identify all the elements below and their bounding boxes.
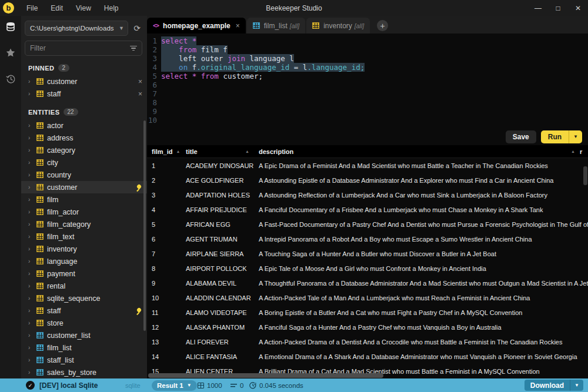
filter-input[interactable] — [30, 44, 130, 52]
table-row[interactable]: 8AIRPORT POLLOCKA Epic Tale of a Moose A… — [147, 261, 588, 276]
unpin-icon[interactable]: × — [138, 90, 142, 98]
cell-film_id[interactable]: 12 — [147, 324, 181, 331]
chevron-right-icon[interactable]: › — [28, 357, 33, 363]
table-row[interactable]: 14ALICE FANTASIAA Emotional Drama of a A… — [147, 349, 588, 364]
connection-selector[interactable]: C:\Users\ghstng\Downloads ▼ — [25, 21, 128, 36]
tab-film_list[interactable]: film_list[all] — [247, 18, 305, 33]
sidebar-item-customer[interactable]: ›customer — [21, 181, 147, 193]
chevron-right-icon[interactable]: › — [28, 91, 33, 97]
sidebar-item-film[interactable]: ›film — [21, 193, 147, 206]
sidebar-item-staff[interactable]: ›staff — [21, 304, 147, 317]
cell-description[interactable]: A Astounding Reflection of a Lumberjack … — [254, 192, 588, 199]
cell-film_id[interactable]: 5 — [147, 221, 181, 228]
horizontal-scrollbar[interactable] — [148, 373, 383, 378]
cell-film_id[interactable]: 8 — [147, 265, 181, 272]
run-button[interactable]: Run ▼ — [541, 130, 582, 143]
table-row[interactable]: 9ALABAMA DEVILA Thoughtful Panorama of a… — [147, 276, 588, 290]
save-button[interactable]: Save — [506, 130, 536, 143]
sidebar-item-store[interactable]: ›store — [21, 317, 147, 329]
sort-asc-icon[interactable]: ▲ — [176, 149, 180, 153]
cell-film_id[interactable]: 2 — [147, 177, 181, 184]
download-label[interactable]: Download — [524, 381, 570, 390]
cell-description[interactable]: A Epic Tale of a Moose And a Girl who mu… — [254, 265, 588, 272]
cell-description[interactable]: A Action-Packed Drama of a Dentist And a… — [254, 339, 588, 346]
cell-title[interactable]: ADAPTATION HOLES — [181, 192, 254, 199]
table-row[interactable]: 5AFRICAN EGGA Fast-Paced Documentary of … — [147, 217, 588, 232]
sidebar-item-actor[interactable]: ›actor — [21, 119, 147, 132]
sidebar-item-language[interactable]: ›language — [21, 255, 147, 267]
column-header-partial[interactable]: r — [580, 148, 588, 155]
cell-title[interactable]: AGENT TRUMAN — [181, 236, 254, 243]
maximize-icon[interactable]: □ — [548, 0, 568, 16]
cell-title[interactable]: AFFAIR PREJUDICE — [181, 206, 254, 213]
chevron-right-icon[interactable]: › — [28, 233, 33, 240]
cell-description[interactable]: A Fanciful Saga of a Hunter And a Pastry… — [254, 324, 588, 331]
tab-inventory[interactable]: inventory[all] — [306, 18, 370, 33]
close-tab-icon[interactable]: × — [236, 22, 240, 30]
sidebar-item-film_text[interactable]: ›film_text — [21, 230, 147, 243]
cell-film_id[interactable]: 7 — [147, 250, 181, 257]
cell-film_id[interactable]: 10 — [147, 294, 181, 301]
download-dropdown-icon[interactable]: ▼ — [570, 380, 583, 391]
history-icon[interactable] — [4, 72, 17, 85]
minimize-icon[interactable]: — — [528, 0, 548, 16]
cell-description[interactable]: A Fanciful Documentary of a Frisbee And … — [254, 206, 588, 213]
close-icon[interactable]: ✕ — [568, 0, 588, 16]
sidebar-item-country[interactable]: ›country — [21, 169, 147, 181]
new-tab-button[interactable]: + — [377, 20, 388, 31]
cell-description[interactable]: A Fast-Paced Documentary of a Pastry Che… — [254, 221, 588, 228]
chevron-right-icon[interactable]: › — [28, 270, 33, 277]
cell-title[interactable]: ACE GOLDFINGER — [181, 177, 254, 184]
table-row[interactable]: 12ALASKA PHANTOMA Fanciful Saga of a Hun… — [147, 320, 588, 334]
tab-homepage_example[interactable]: <>homepage_example× — [147, 18, 246, 33]
cell-title[interactable]: AFRICAN EGG — [181, 221, 254, 228]
cell-description[interactable]: A Thoughtful Panorama of a Database Admi… — [254, 280, 588, 287]
chevron-right-icon[interactable]: › — [28, 159, 33, 166]
run-dropdown-icon[interactable]: ▼ — [569, 130, 582, 143]
chevron-right-icon[interactable]: › — [28, 221, 33, 227]
sidebar-item-film_actor[interactable]: ›film_actor — [21, 206, 147, 218]
refresh-icon[interactable]: ⟳ — [132, 24, 142, 33]
column-header-film_id[interactable]: film_id▲ — [147, 148, 181, 155]
column-header-title[interactable]: title▲ — [181, 148, 254, 155]
sidebar-item-film_list[interactable]: ›film_list — [21, 341, 147, 354]
cell-title[interactable]: ACADEMY DINOSAUR — [181, 162, 254, 169]
sidebar-item-customer_list[interactable]: ›customer_list — [21, 329, 147, 341]
cell-title[interactable]: ALASKA PHANTOM — [181, 324, 254, 331]
menu-edit[interactable]: Edit — [44, 0, 69, 16]
table-row[interactable]: 10ALADDIN CALENDARA Action-Packed Tale o… — [147, 290, 588, 305]
sort-asc-icon[interactable]: ▲ — [571, 149, 575, 153]
chevron-right-icon[interactable]: › — [28, 295, 33, 301]
cell-description[interactable]: A Astounding Epistle of a Database Admin… — [254, 177, 588, 184]
chevron-right-icon[interactable]: › — [28, 246, 33, 252]
pin-icon[interactable] — [135, 307, 142, 314]
cell-title[interactable]: ALABAMA DEVIL — [181, 280, 254, 287]
chevron-right-icon[interactable]: › — [28, 78, 33, 85]
chevron-right-icon[interactable]: › — [28, 135, 33, 141]
cell-title[interactable]: ALI FOREVER — [181, 339, 254, 346]
unpin-icon[interactable]: × — [138, 78, 142, 86]
chevron-right-icon[interactable]: › — [28, 196, 33, 203]
download-button[interactable]: Download ▼ — [524, 380, 583, 391]
cell-description[interactable]: A Touching Saga of a Hunter And a Butler… — [254, 250, 588, 257]
cell-description[interactable]: A Intrepid Panorama of a Robot And a Boy… — [254, 236, 588, 243]
menu-file[interactable]: File — [20, 0, 44, 16]
sidebar-item-customer[interactable]: ›customer× — [21, 75, 147, 88]
table-row[interactable]: 4AFFAIR PREJUDICEA Fanciful Documentary … — [147, 202, 588, 217]
run-button-label[interactable]: Run — [541, 133, 569, 141]
menu-help[interactable]: Help — [98, 0, 125, 16]
sidebar-item-inventory[interactable]: ›inventory — [21, 243, 147, 255]
column-header-description[interactable]: description▲ — [254, 148, 580, 155]
sidebar-item-address[interactable]: ›address — [21, 132, 147, 144]
chevron-right-icon[interactable]: › — [28, 344, 33, 351]
chevron-right-icon[interactable]: › — [28, 283, 33, 289]
table-row[interactable]: 2ACE GOLDFINGERA Astounding Epistle of a… — [147, 173, 588, 187]
table-row[interactable]: 1ACADEMY DINOSAURA Epic Drama of a Femin… — [147, 158, 588, 173]
cell-title[interactable]: ALICE FANTASIA — [181, 353, 254, 360]
cell-film_id[interactable]: 11 — [147, 309, 181, 316]
cell-title[interactable]: ALADDIN CALENDAR — [181, 294, 254, 301]
sidebar-item-payment[interactable]: ›payment — [21, 267, 147, 280]
table-row[interactable]: 3ADAPTATION HOLESA Astounding Reflection… — [147, 187, 588, 202]
sidebar-item-film_category[interactable]: ›film_category — [21, 218, 147, 230]
cell-film_id[interactable]: 3 — [147, 192, 181, 199]
